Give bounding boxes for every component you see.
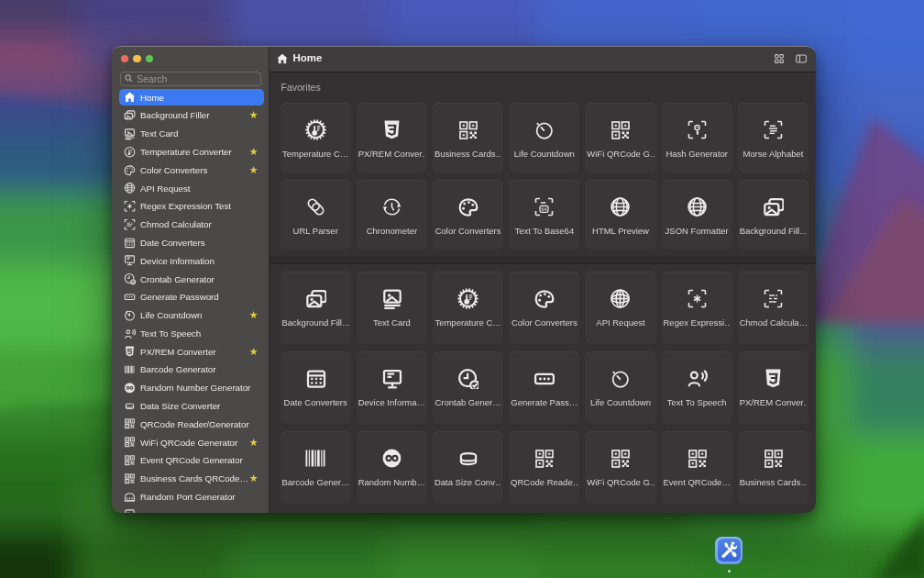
svg-text:64: 64 <box>542 206 547 211</box>
